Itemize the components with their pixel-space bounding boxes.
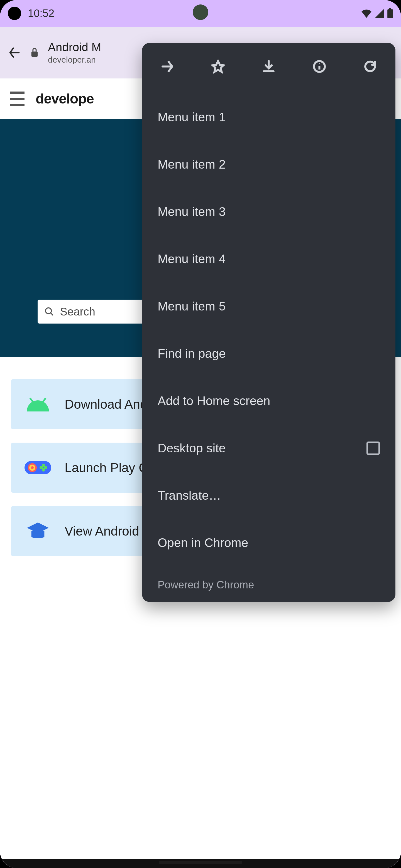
menu-item-3[interactable]: Menu item 3 bbox=[142, 188, 395, 235]
wifi-icon bbox=[361, 9, 372, 18]
menu-item-label: Menu item 1 bbox=[157, 110, 226, 124]
menu-footer: Powered by Chrome bbox=[142, 570, 395, 602]
menu-item-label: Find in page bbox=[157, 347, 226, 361]
svg-point-15 bbox=[319, 63, 320, 64]
bookmark-button[interactable] bbox=[208, 57, 228, 76]
page-info-button[interactable] bbox=[310, 57, 329, 76]
menu-item-label: Translate… bbox=[157, 489, 221, 502]
menu-item-label: Open in Chrome bbox=[157, 536, 249, 550]
menu-item-label: Desktop site bbox=[157, 441, 226, 455]
menu-item-5[interactable]: Menu item 5 bbox=[142, 283, 395, 330]
menu-item-label: Menu item 5 bbox=[157, 299, 226, 313]
menu-item-1[interactable]: Menu item 1 bbox=[142, 93, 395, 141]
menu-item-translate[interactable]: Translate… bbox=[142, 472, 395, 519]
menu-footer-label: Powered by Chrome bbox=[157, 579, 254, 591]
menu-item-label: Menu item 4 bbox=[157, 252, 226, 266]
forward-button[interactable] bbox=[158, 57, 177, 76]
gesture-nav-pill[interactable] bbox=[159, 861, 242, 864]
overflow-menu: Menu item 1 Menu item 2 Menu item 3 Menu… bbox=[142, 43, 395, 602]
status-time: 10:52 bbox=[28, 7, 54, 20]
cell-signal-icon bbox=[375, 9, 384, 18]
desktop-site-checkbox[interactable] bbox=[367, 441, 380, 455]
download-button[interactable] bbox=[259, 57, 278, 76]
battery-icon bbox=[387, 8, 393, 18]
front-camera-cutout-icon bbox=[8, 7, 21, 20]
menu-item-add-to-home[interactable]: Add to Home screen bbox=[142, 377, 395, 425]
svg-rect-1 bbox=[389, 8, 391, 10]
menu-item-label: Menu item 3 bbox=[157, 205, 226, 219]
svg-rect-0 bbox=[388, 9, 393, 18]
menu-item-4[interactable]: Menu item 4 bbox=[142, 235, 395, 283]
menu-item-label: Add to Home screen bbox=[157, 394, 270, 408]
menu-item-label: Menu item 2 bbox=[157, 157, 226, 172]
menu-item-2[interactable]: Menu item 2 bbox=[142, 141, 395, 188]
menu-item-desktop-site[interactable]: Desktop site bbox=[142, 425, 395, 472]
status-bar: 10:52 bbox=[0, 0, 401, 27]
menu-item-find-in-page[interactable]: Find in page bbox=[142, 330, 395, 377]
menu-item-open-in-chrome[interactable]: Open in Chrome bbox=[142, 519, 395, 566]
reload-button[interactable] bbox=[361, 57, 379, 76]
front-camera-punchhole-icon bbox=[193, 4, 208, 20]
